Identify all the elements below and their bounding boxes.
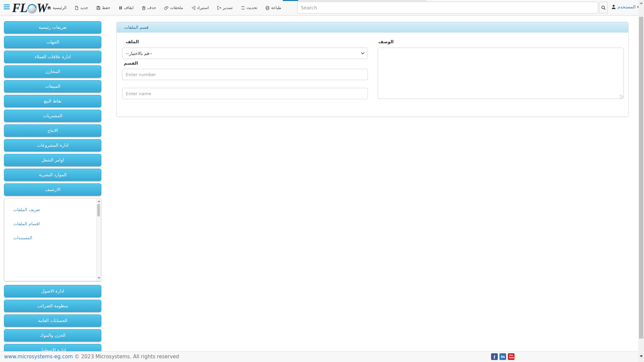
user-icon	[611, 4, 616, 9]
sidebar-item-production[interactable]: الانتاج	[4, 124, 101, 137]
attachments-icon	[164, 6, 169, 10]
footer-copyright: © 2023 Microsystems. All rights reserved	[73, 354, 179, 360]
logo-text-pre: FL	[12, 1, 27, 15]
sidebar-item-pos[interactable]: نقاط البيع	[4, 95, 101, 107]
menu-item-refresh[interactable]: تحديث	[241, 5, 258, 10]
app-root: FLW الرئيسية جديد حفظ ايقاف حذف	[0, 0, 644, 362]
description-textarea[interactable]	[378, 48, 624, 99]
page-scrollbar[interactable]	[638, 0, 644, 362]
submenu-item-file-sections[interactable]: اقسام الملفات	[4, 217, 101, 230]
menu-item-save[interactable]: حفظ	[96, 5, 110, 10]
menu-item-label: حذف	[147, 5, 156, 10]
panel-header: قسم الملفات	[117, 22, 628, 33]
scroll-down-icon[interactable]	[98, 277, 100, 279]
progress-track	[298, 1, 426, 1]
sidebar-item-work-orders[interactable]: اوامر الشغل	[4, 154, 101, 166]
menu-item-label: طباعة	[271, 5, 281, 10]
delete-icon	[142, 6, 146, 10]
sidebar-item-projects[interactable]: ادارة المشروعات	[4, 139, 101, 152]
menu-item-stop[interactable]: ايقاف	[118, 5, 134, 10]
hamburger-menu-icon[interactable]	[4, 4, 10, 11]
menu-item-attachments[interactable]: ملحقات	[164, 5, 183, 10]
panel-body: الملف --قم بالاختيار-- القسم الوصف	[117, 33, 628, 117]
print-icon	[265, 6, 270, 10]
linkedin-icon[interactable]: in	[499, 353, 506, 360]
logo-sphere-icon	[27, 4, 37, 13]
menu-item-export[interactable]: تصدير	[217, 5, 233, 10]
sidebar-item-general-accounts[interactable]: الحسابات العامة	[4, 314, 101, 327]
footer-text: www.microsystems-eg.com © 2023 Microsyst…	[4, 352, 179, 362]
file-select[interactable]: --قم بالاختيار--	[122, 48, 368, 59]
flow-logo[interactable]: FLW	[12, 0, 47, 15]
submenu-item-file-definition[interactable]: تعريف الملفات	[4, 203, 101, 216]
search-group	[297, 2, 608, 13]
save-icon	[96, 6, 101, 10]
refresh-icon	[241, 6, 245, 10]
sidebar-item-archive[interactable]: الارشيف	[4, 183, 101, 196]
search-input[interactable]	[297, 2, 598, 13]
sidebar-item-warehouses[interactable]: المخازن	[4, 65, 101, 78]
navbar-menu: الرئيسية جديد حفظ ايقاف حذف ملحقات	[47, 0, 281, 15]
file-select-wrap: --قم بالاختيار--	[122, 48, 368, 59]
menu-item-home[interactable]: الرئيسية	[47, 5, 66, 10]
panel-title: قسم الملفات	[124, 25, 149, 30]
menu-item-label: جديد	[80, 5, 88, 10]
menu-item-label: ملحقات	[170, 5, 183, 10]
menu-item-label: الرئيسية	[53, 5, 66, 10]
menu-item-label: استيراد	[197, 5, 209, 10]
menu-item-label: تحديث	[247, 5, 258, 10]
scroll-down-icon[interactable]	[640, 355, 643, 357]
file-label: الملف	[126, 39, 139, 44]
sidebar-item-main-definitions[interactable]: تعريفات رئيسية	[4, 21, 101, 34]
navbar: FLW الرئيسية جديد حفظ ايقاف حذف	[0, 0, 644, 15]
sidebar-item-sales[interactable]: المبيعات	[4, 80, 101, 93]
archive-submenu: تعريف الملفات اقسام الملفات المستندات	[4, 198, 101, 281]
user-menu[interactable]: المستخدم	[611, 4, 640, 9]
progress-bar	[283, 0, 298, 1]
sidebar-item-entities[interactable]: الجهات	[4, 36, 101, 48]
files-section-panel: قسم الملفات الملف --قم بالاختيار-- القسم…	[116, 22, 629, 117]
export-icon	[217, 6, 221, 10]
section-label: القسم	[124, 61, 138, 66]
section-name-input[interactable]	[122, 88, 368, 99]
home-icon	[47, 6, 51, 10]
sidebar: تعريفات رئيسية الجهات ادارة علاقات العمل…	[4, 21, 101, 359]
search-button[interactable]	[599, 2, 608, 13]
textarea-resize-grip[interactable]	[620, 95, 623, 99]
logo-text-post: W	[37, 1, 47, 15]
scroll-up-icon[interactable]	[98, 200, 100, 202]
youtube-icon[interactable]: You Tube	[508, 353, 515, 360]
menu-item-label: ايقاف	[124, 5, 134, 10]
scroll-up-icon[interactable]	[640, 2, 643, 4]
sidebar-item-hr[interactable]: الموارد البشرية	[4, 169, 101, 181]
sidebar-item-crm[interactable]: ادارة علاقات العملاء	[4, 51, 101, 63]
section-number-input[interactable]	[122, 69, 368, 80]
new-file-icon	[74, 6, 79, 10]
footer-site-link[interactable]: www.microsystems-eg.com	[4, 354, 73, 360]
submenu-scrollbar[interactable]	[96, 199, 101, 281]
menu-item-print[interactable]: طباعة	[265, 5, 281, 10]
scrollbar-thumb[interactable]	[639, 17, 643, 339]
menu-item-import[interactable]: استيراد	[191, 5, 209, 10]
sidebar-item-tax-system[interactable]: منظومة الضرائب	[4, 300, 101, 312]
footer: www.microsystems-eg.com © 2023 Microsyst…	[0, 351, 644, 362]
import-icon	[191, 6, 196, 10]
menu-item-new[interactable]: جديد	[74, 5, 88, 10]
scrollbar-thumb[interactable]	[97, 204, 100, 217]
description-label: الوصف	[378, 39, 394, 44]
sidebar-item-purchases[interactable]: المشتريات	[4, 110, 101, 122]
menu-item-delete[interactable]: حذف	[142, 5, 156, 10]
search-icon	[601, 5, 606, 10]
sidebar-item-treasury-banks[interactable]: الخزن والبنوك	[4, 329, 101, 342]
menu-item-label: تصدير	[223, 5, 233, 10]
menu-item-label: حفظ	[102, 5, 110, 10]
user-label: المستخدم	[618, 4, 636, 9]
submenu-item-documents[interactable]: المستندات	[4, 231, 101, 244]
facebook-icon[interactable]: f	[491, 353, 498, 360]
sidebar-item-assets[interactable]: ادارة الاصول	[4, 285, 101, 297]
pause-icon	[118, 6, 123, 10]
social-icons: f in You Tube	[491, 353, 515, 360]
